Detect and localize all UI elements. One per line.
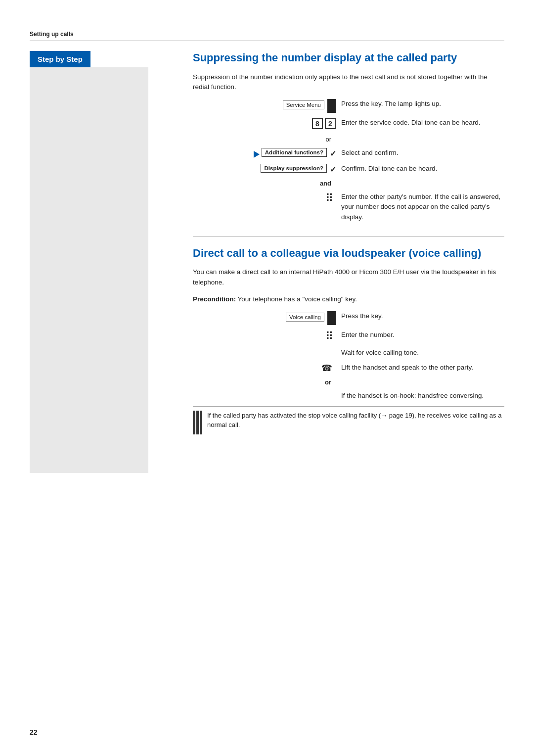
- voice-calling-key-indicator: [327, 311, 336, 325]
- instr-1-left: Service Menu: [193, 99, 341, 113]
- section1-title: Suppressing the number display at the ca…: [193, 51, 504, 65]
- instr-v4-right: Lift the handset and speak to the other …: [341, 363, 504, 373]
- info-bar-seg-2: [196, 411, 199, 434]
- instr-5-right: Enter the other party's number. If the c…: [341, 192, 504, 222]
- keypad-icon-1: ⠿: [325, 192, 333, 205]
- instr-and-left: and: [193, 180, 341, 187]
- instr-4: Display suppression? ✓ Confirm. Dial ton…: [193, 164, 504, 175]
- instr-4-left: Display suppression? ✓: [193, 164, 341, 175]
- instr-and: and: [193, 180, 504, 187]
- instr-or-1: or: [193, 136, 504, 143]
- keypad-icon-2: ⠿: [325, 330, 333, 343]
- instr-v1-right: Press the key.: [341, 311, 504, 321]
- voice-calling-box: Voice calling: [286, 313, 324, 322]
- instr-3: Additional functions? ✓ Select and confi…: [193, 148, 504, 159]
- instr-2-left: 8 2: [193, 118, 341, 131]
- instr-v5-right: If the handset is on-hook: handsfree con…: [341, 391, 504, 401]
- section1-intro: Suppression of the number indication onl…: [193, 72, 504, 93]
- instr-3-right: Select and confirm.: [341, 148, 504, 158]
- section2-intro: You can make a direct call to an interna…: [193, 267, 504, 287]
- instr-v2-left: ⠿: [193, 330, 341, 343]
- instr-2-right: Enter the service code. Dial tone can be…: [341, 118, 504, 128]
- or-label-2: or: [325, 378, 336, 386]
- instr-or-1-left: or: [193, 136, 341, 143]
- instr-v-or: or: [193, 378, 504, 386]
- arrow-right-icon: [254, 151, 260, 158]
- additional-functions-btn: Additional functions?: [262, 148, 327, 157]
- key-indicator-black: [327, 99, 336, 113]
- sidebar-gray-area: [30, 67, 148, 473]
- and-label: and: [320, 180, 336, 187]
- checkmark-1: ✓: [330, 149, 336, 158]
- instr-v4: ☎ Lift the handset and speak to the othe…: [193, 363, 504, 374]
- info-block: If the called party has activated the st…: [193, 406, 504, 434]
- info-bar-seg-1: [193, 411, 195, 434]
- instr-v4-left: ☎: [193, 363, 341, 374]
- section2-block: Direct call to a colleague via loudspeak…: [193, 246, 504, 434]
- section-header: Setting up calls: [30, 30, 504, 41]
- key-8: 8: [312, 118, 323, 129]
- instr-v1-left: Voice calling: [193, 311, 341, 325]
- info-text: If the called party has activated the st…: [207, 411, 504, 430]
- instr-v1: Voice calling Press the key.: [193, 311, 504, 325]
- page-number: 22: [30, 728, 38, 736]
- instr-1: Service Menu Press the key. The lamp lig…: [193, 99, 504, 113]
- instr-2: 8 2 Enter the service code. Dial tone ca…: [193, 118, 504, 131]
- instr-v5: If the handset is on-hook: handsfree con…: [193, 391, 504, 401]
- info-bar-icon: [193, 411, 202, 434]
- section2-title: Direct call to a colleague via loudspeak…: [193, 246, 504, 261]
- keys-row: 8 2: [312, 118, 336, 130]
- instr-v2-right: Enter the number.: [341, 330, 504, 340]
- handset-icon: ☎: [321, 363, 332, 374]
- section-divider: [193, 236, 504, 236]
- instr-v2: ⠿ Enter the number.: [193, 330, 504, 343]
- page-container: Setting up calls Step by Step Suppressin…: [0, 0, 534, 756]
- step-by-step-badge: Step by Step: [30, 51, 90, 67]
- instr-5: ⠿ Enter the other party's number. If the…: [193, 192, 504, 222]
- section2-precondition: Precondition: Your telephone has a "voic…: [193, 294, 504, 304]
- instr-3-left: Additional functions? ✓: [193, 148, 341, 159]
- instr-5-left: ⠿: [193, 192, 341, 205]
- checkmark-2: ✓: [330, 165, 336, 174]
- service-menu-box: Service Menu: [283, 100, 324, 109]
- section-header-text: Setting up calls: [30, 31, 74, 38]
- info-bar-seg-3: [200, 411, 202, 434]
- instr-v3: Wait for voice calling tone.: [193, 348, 504, 358]
- instr-v-or-left: or: [193, 378, 341, 386]
- display-suppression-btn: Display suppression?: [261, 164, 327, 173]
- or-label-1: or: [325, 136, 336, 143]
- instr-1-right: Press the key. The lamp lights up.: [341, 99, 504, 109]
- key-2: 2: [325, 118, 336, 129]
- main-layout: Step by Step Suppressing the number disp…: [30, 51, 504, 473]
- info-text-content: If the called party has activated the st…: [207, 412, 501, 429]
- precondition-text: Your telephone has a "voice calling" key…: [238, 295, 357, 303]
- section1-block: Suppressing the number display at the ca…: [193, 51, 504, 222]
- right-content: Suppressing the number display at the ca…: [178, 51, 504, 473]
- instr-4-right: Confirm. Dial tone can be heard.: [341, 164, 504, 174]
- precondition-label: Precondition:: [193, 295, 236, 303]
- left-sidebar: Step by Step: [30, 51, 178, 473]
- instr-v3-right: Wait for voice calling tone.: [341, 348, 504, 358]
